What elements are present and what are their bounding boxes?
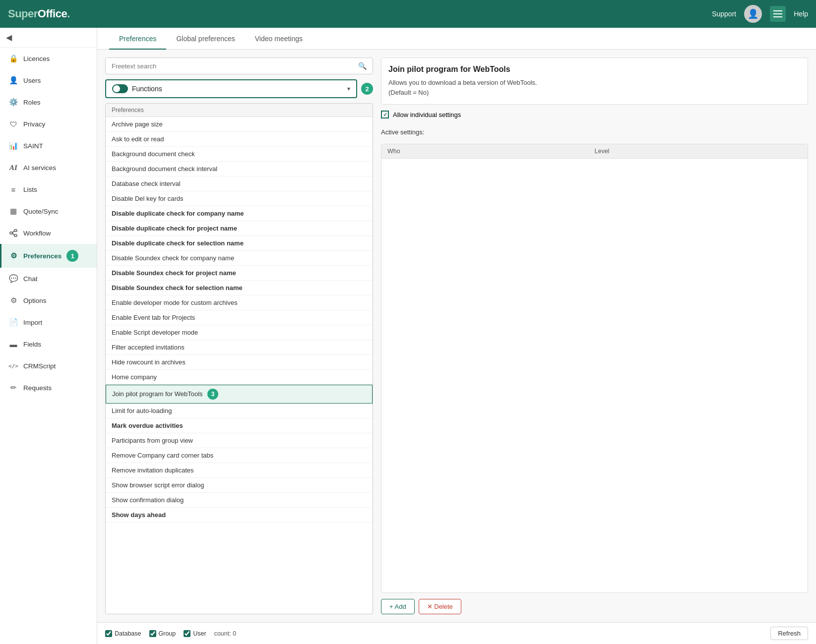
content-area: 🔍 Functions ▾ 2 Preferences Archive page	[97, 50, 816, 622]
sidebar-item-import[interactable]: 📄 Import	[0, 311, 97, 333]
preferences-list: Preferences Archive page size Ask to edi…	[105, 103, 373, 614]
list-item[interactable]: Background document check interval	[106, 162, 373, 176]
sidebar-item-label: Options	[23, 297, 47, 304]
list-item[interactable]: Limit for auto-loading	[106, 404, 373, 418]
sidebar-item-label: Fields	[23, 341, 41, 348]
sidebar-item-privacy[interactable]: 🛡 Privacy	[0, 113, 97, 135]
list-item[interactable]: Hide rowcount in archives	[106, 355, 373, 370]
sidebar-item-workflow[interactable]: Workflow	[0, 222, 97, 244]
app-logo[interactable]: SuperOffice.	[8, 7, 70, 20]
group-checkbox[interactable]	[149, 630, 156, 637]
avatar[interactable]: 👤	[744, 5, 762, 23]
sidebar-collapse-button[interactable]: ◀	[0, 28, 97, 48]
bottom-actions: + Add ✕ Delete	[381, 599, 808, 614]
list-item[interactable]: Participants from group view	[106, 433, 373, 448]
support-link[interactable]: Support	[712, 10, 736, 18]
topnav-right: Support 👤 Help	[712, 5, 808, 23]
user-checkbox[interactable]	[184, 630, 190, 637]
list-item[interactable]: Disable Soundex check for selection name	[106, 281, 373, 295]
sidebar-item-licences[interactable]: 🔒 Licences	[0, 48, 97, 69]
dropdown-badge: 2	[361, 83, 373, 95]
list-item[interactable]: Remove Company card corner tabs	[106, 448, 373, 463]
layout: ◀ 🔒 Licences 👤 Users ⚙️ Roles 🛡 Privacy …	[0, 28, 816, 644]
list-item[interactable]: Filter accepted invitations	[106, 340, 373, 355]
sidebar-item-preferences[interactable]: ⚙ Preferences 1	[0, 244, 97, 268]
footer-bar: Database Group User count: 0 Refresh	[97, 622, 816, 644]
sidebar-item-label: Workflow	[23, 230, 51, 237]
sidebar-item-roles[interactable]: ⚙️ Roles	[0, 91, 97, 113]
database-label: Database	[115, 630, 141, 637]
left-panel: 🔍 Functions ▾ 2 Preferences Archive page	[105, 58, 373, 614]
list-item[interactable]: Show browser script error dialog	[106, 478, 373, 493]
list-item[interactable]: Ask to edit or read	[106, 132, 373, 147]
import-icon: 📄	[8, 317, 18, 327]
list-item[interactable]: Disable Del key for cards	[106, 191, 373, 206]
sidebar-item-label: Licences	[23, 55, 50, 62]
menu-icon[interactable]	[770, 6, 786, 22]
allow-individual-settings-label: Allow individual settings	[393, 111, 461, 118]
sidebar-item-label: Roles	[23, 99, 41, 106]
sidebar-item-label: Lists	[23, 186, 37, 193]
list-body[interactable]: Archive page size Ask to edit or read Ba…	[106, 117, 373, 613]
list-item[interactable]: Database check interval	[106, 176, 373, 191]
sidebar-item-options[interactable]: ⚙ Options	[0, 290, 97, 311]
list-item[interactable]: Disable duplicate check for company name	[106, 206, 373, 221]
tab-global-preferences[interactable]: Global preferences	[166, 28, 245, 50]
sidebar-item-fields[interactable]: ▬ Fields	[0, 333, 97, 355]
sidebar-item-crmscript[interactable]: </> CRMScript	[0, 355, 97, 377]
list-item-join-pilot[interactable]: Join pilot program for WebTools 3	[106, 385, 373, 404]
delete-button[interactable]: ✕ Delete	[419, 599, 461, 614]
allow-individual-settings-checkbox[interactable]	[381, 111, 389, 118]
sidebar-item-ai-services[interactable]: AI AI services	[0, 157, 97, 178]
sidebar-item-label: CRMScript	[23, 362, 56, 370]
sidebar-item-chat[interactable]: 💬 Chat	[0, 268, 97, 290]
svg-line-4	[12, 233, 14, 235]
list-icon: ≡	[8, 184, 18, 194]
chart-icon: 📊	[8, 141, 18, 151]
list-item[interactable]: Enable developer mode for custom archive…	[106, 295, 373, 310]
dropdown-row: Functions ▾ 2	[105, 79, 373, 98]
info-text: Allows you to download a beta version of…	[388, 78, 801, 97]
sidebar-item-requests[interactable]: ✏ Requests	[0, 377, 97, 399]
list-item[interactable]: Home company	[106, 370, 373, 385]
database-checkbox-label: Database	[105, 630, 141, 637]
search-icon: 🔍	[358, 62, 367, 70]
tab-video-meetings[interactable]: Video meetings	[245, 28, 313, 50]
database-checkbox[interactable]	[105, 630, 112, 637]
list-item[interactable]: Mark overdue activities	[106, 418, 373, 433]
add-button[interactable]: + Add	[381, 599, 415, 614]
help-link[interactable]: Help	[794, 10, 808, 18]
logo-dot: .	[67, 7, 70, 20]
tab-preferences[interactable]: Preferences	[109, 28, 166, 50]
topnav: SuperOffice. Support 👤 Help	[0, 0, 816, 28]
svg-rect-0	[10, 232, 12, 234]
search-input[interactable]	[112, 62, 358, 70]
list-item[interactable]: Enable Script developer mode	[106, 325, 373, 340]
list-item[interactable]: Show days ahead	[106, 508, 373, 523]
ai-icon: AI	[8, 163, 18, 173]
list-item[interactable]: Archive page size	[106, 117, 373, 132]
active-settings-table: Who Level	[381, 144, 808, 593]
sidebar-item-users[interactable]: 👤 Users	[0, 69, 97, 91]
sidebar-item-label: Requests	[23, 384, 52, 392]
list-item[interactable]: Background document check	[106, 147, 373, 162]
functions-dropdown[interactable]: Functions ▾	[105, 79, 357, 98]
count-label: count: 0	[214, 630, 236, 637]
sidebar-item-saint[interactable]: 📊 SAINT	[0, 135, 97, 157]
refresh-button[interactable]: Refresh	[770, 627, 808, 640]
group-checkbox-label: Group	[149, 630, 176, 637]
sidebar-item-quote-sync[interactable]: ▦ Quote/Sync	[0, 200, 97, 222]
list-item[interactable]: Disable duplicate check for selection na…	[106, 236, 373, 251]
right-panel: Join pilot program for WebTools Allows y…	[381, 58, 808, 614]
list-item[interactable]: Disable Soundex check for project name	[106, 266, 373, 281]
list-item[interactable]: Show confirmation dialog	[106, 493, 373, 508]
item-badge: 3	[207, 389, 218, 400]
list-item[interactable]: Disable duplicate check for project name	[106, 221, 373, 236]
list-item[interactable]: Remove invitation duplicates	[106, 463, 373, 478]
sidebar-item-label: Users	[23, 77, 41, 84]
list-item[interactable]: Enable Event tab for Projects	[106, 310, 373, 325]
search-box[interactable]: 🔍	[105, 58, 373, 74]
tabs-bar: Preferences Global preferences Video mee…	[97, 28, 816, 50]
list-item[interactable]: Disable Soundex check for company name	[106, 251, 373, 266]
sidebar-item-lists[interactable]: ≡ Lists	[0, 178, 97, 200]
